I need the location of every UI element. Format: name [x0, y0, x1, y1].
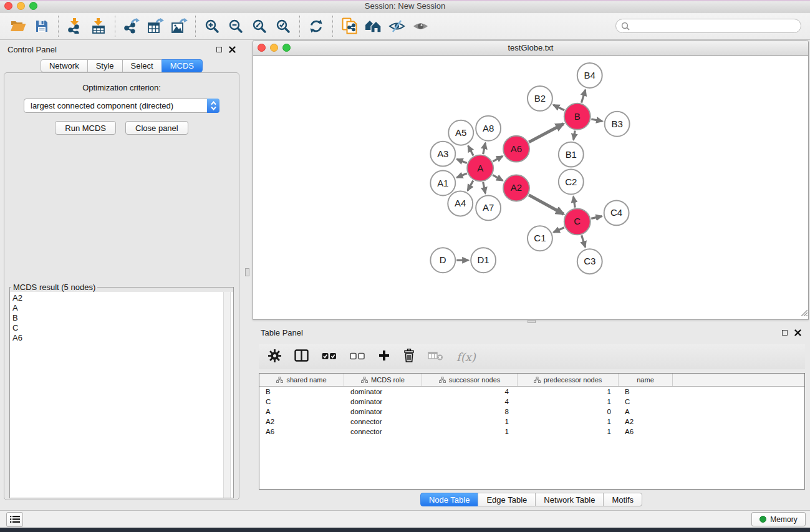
graph-edge-B-B2[interactable]: [553, 105, 564, 110]
export-image-button[interactable]: [167, 15, 191, 37]
graph-node-A1[interactable]: A1: [430, 171, 455, 196]
graph-edge-A-A7[interactable]: [483, 182, 486, 193]
table-row[interactable]: Adominator80A: [259, 407, 804, 417]
graph-edge-C-C4[interactable]: [591, 216, 602, 219]
table-row[interactable]: Bdominator41B: [259, 387, 804, 397]
graph-edge-B-B3[interactable]: [591, 119, 602, 121]
graph-edge-A-A6[interactable]: [493, 156, 503, 161]
zoom-out-button[interactable]: [224, 15, 248, 37]
delete-column-button[interactable]: [403, 349, 415, 365]
result-item[interactable]: A6: [10, 333, 233, 343]
show-all-button[interactable]: [408, 15, 432, 37]
graph-node-C4[interactable]: C4: [604, 200, 629, 225]
duplicate-network-button[interactable]: [337, 15, 361, 37]
graph-node-A8[interactable]: A8: [476, 116, 501, 141]
run-mcds-button[interactable]: Run MCDS: [55, 121, 116, 135]
result-item[interactable]: A: [10, 303, 233, 313]
result-scrollbar-track[interactable]: [223, 292, 231, 498]
graph-node-C2[interactable]: C2: [559, 170, 584, 195]
graph-node-C3[interactable]: C3: [577, 249, 602, 274]
memory-button[interactable]: Memory: [751, 512, 806, 526]
show-column-button[interactable]: [294, 349, 309, 364]
graph-node-B[interactable]: B: [564, 104, 591, 130]
graph-edge-A-A3[interactable]: [457, 159, 467, 163]
tab-select[interactable]: Select: [122, 59, 162, 72]
graph-edge-B-B4[interactable]: [581, 90, 585, 103]
float-table-panel-icon[interactable]: [782, 330, 788, 336]
graph-edge-B-B1[interactable]: [574, 130, 575, 140]
save-session-button[interactable]: [30, 15, 54, 37]
search-input[interactable]: [633, 20, 801, 32]
open-session-button[interactable]: [6, 15, 30, 37]
table-options-button[interactable]: [268, 349, 281, 365]
close-table-panel-icon[interactable]: [794, 329, 801, 336]
task-history-button[interactable]: [6, 512, 23, 527]
import-table-button[interactable]: [87, 15, 110, 37]
graph-node-A6[interactable]: A6: [503, 136, 529, 162]
graph-edge-A-A1[interactable]: [457, 173, 467, 178]
graph-node-B1[interactable]: B1: [559, 142, 584, 167]
export-table-button[interactable]: [143, 15, 167, 37]
import-network-button[interactable]: [63, 15, 87, 37]
graph-node-B2[interactable]: B2: [528, 86, 552, 111]
tab-mcds[interactable]: MCDS: [162, 59, 203, 72]
table-row[interactable]: A6connector11A6: [259, 427, 804, 437]
deselect-all-button[interactable]: [350, 351, 365, 362]
graph-node-A7[interactable]: A7: [476, 195, 501, 220]
graph-edge-C-C2[interactable]: [573, 196, 575, 208]
graph-edge-A6-B[interactable]: [529, 123, 563, 142]
zoom-selected-button[interactable]: [271, 15, 295, 37]
graph-edge-A-A5[interactable]: [468, 146, 473, 156]
tab-network[interactable]: Network: [41, 59, 88, 72]
optimization-criterion-select[interactable]: largest connected component (directed): [24, 99, 219, 113]
column-header-shared-name[interactable]: shared name: [259, 374, 344, 386]
splitter-handle[interactable]: [245, 268, 249, 276]
vertical-splitter[interactable]: [243, 40, 253, 510]
graph-node-D1[interactable]: D1: [471, 248, 496, 273]
column-header-successor-nodes[interactable]: successor nodes: [422, 374, 518, 386]
resize-grip[interactable]: [799, 307, 808, 319]
table-row[interactable]: Cdominator41C: [259, 397, 804, 407]
result-item[interactable]: A2: [10, 293, 233, 303]
graph-node-A2[interactable]: A2: [503, 175, 529, 201]
graph-edge-A-A4[interactable]: [468, 181, 473, 191]
table-row[interactable]: A2connector11A2: [259, 417, 804, 427]
column-header-mcds-role[interactable]: MCDS role: [344, 374, 422, 386]
graph-node-B3[interactable]: B3: [605, 112, 630, 137]
network-canvas[interactable]: B4B2BB3A5A8A6B1A3AC2A1A2A4A7C4CC1DD1C3: [253, 56, 808, 319]
export-network-button[interactable]: [120, 15, 143, 37]
tab-node-table[interactable]: Node Table: [420, 493, 479, 506]
tab-edge-table[interactable]: Edge Table: [478, 493, 536, 506]
tab-motifs[interactable]: Motifs: [603, 493, 642, 506]
result-item[interactable]: B: [10, 313, 233, 323]
result-item[interactable]: C: [10, 323, 233, 333]
refresh-view-button[interactable]: [304, 15, 328, 37]
apply-function-button[interactable]: f(x): [456, 351, 476, 364]
float-panel-icon[interactable]: [216, 47, 222, 52]
graph-node-A4[interactable]: A4: [448, 191, 473, 216]
hide-selected-button[interactable]: [385, 15, 408, 37]
zoom-fit-button[interactable]: [248, 15, 271, 37]
delete-table-button[interactable]: [428, 351, 443, 363]
graph-node-C1[interactable]: C1: [528, 226, 552, 251]
close-panel-button[interactable]: Close panel: [125, 121, 188, 135]
graph-node-A5[interactable]: A5: [448, 120, 473, 145]
add-column-button[interactable]: [378, 349, 390, 364]
column-header-name[interactable]: name: [619, 374, 673, 386]
graph-node-A[interactable]: A: [467, 155, 493, 181]
graph-edge-A2-C[interactable]: [529, 195, 564, 215]
tab-style[interactable]: Style: [87, 59, 123, 72]
graph-edge-C-C3[interactable]: [582, 235, 586, 247]
zoom-in-button[interactable]: [200, 15, 224, 37]
graph-edge-C-C1[interactable]: [554, 228, 564, 233]
close-panel-icon[interactable]: [229, 46, 236, 53]
select-all-button[interactable]: [322, 351, 337, 362]
graph-edge-A-A8[interactable]: [483, 143, 486, 154]
tab-network-table[interactable]: Network Table: [535, 493, 604, 506]
graph-node-A3[interactable]: A3: [430, 142, 455, 167]
graph-node-D[interactable]: D: [430, 248, 455, 273]
graph-node-C[interactable]: C: [564, 208, 591, 235]
column-header-predecessor-nodes[interactable]: predecessor nodes: [518, 374, 619, 386]
first-neighbors-button[interactable]: [361, 15, 385, 37]
graph-edge-A-A2[interactable]: [493, 175, 503, 181]
